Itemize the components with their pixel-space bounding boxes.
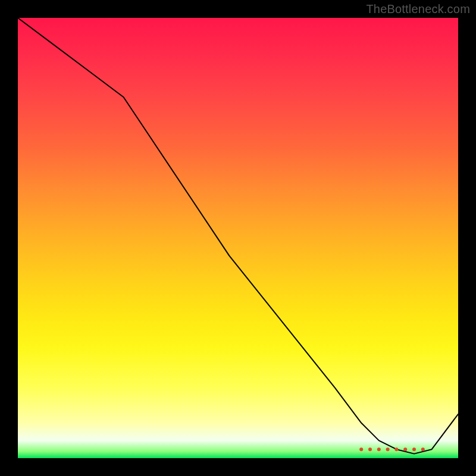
marker-dot	[403, 447, 407, 451]
marker-dot	[359, 447, 363, 451]
marker-dot	[412, 447, 416, 451]
marker-dot	[377, 447, 381, 451]
bottleneck-curve	[18, 18, 458, 454]
marker-dot	[394, 447, 398, 451]
marker-dot	[421, 447, 425, 451]
plot-svg	[18, 18, 458, 458]
marker-dot	[386, 447, 390, 451]
optimal-markers	[359, 447, 425, 451]
chart-frame: TheBottleneck.com	[0, 0, 476, 476]
attribution-label: TheBottleneck.com	[366, 2, 470, 16]
marker-dot	[368, 447, 372, 451]
plot-area	[18, 18, 458, 458]
